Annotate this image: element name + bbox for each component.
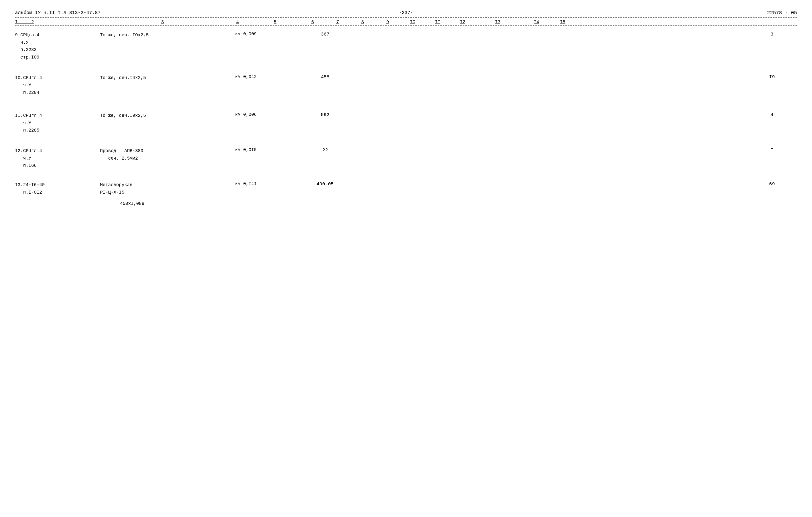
header-top: 22578 - 05 альбом IУ ч.II т.л 813-2-47.8… — [15, 10, 797, 16]
row-10-unit-qty: км 0,042 — [225, 74, 300, 79]
row-13-extra-spacer1 — [15, 201, 100, 206]
data-table: 9.СРЦгл.4 ч.У п.2283 стр.IO9 То же, сеч.… — [15, 29, 797, 206]
table-row: 9.СРЦгл.4 ч.У п.2283 стр.IO9 То же, сеч.… — [15, 29, 797, 61]
col-header-8: 8 — [350, 20, 375, 25]
table-row: I2.СРЦгл.4 ч.У п.I66 Провод АПВ-380 сеч.… — [15, 144, 797, 170]
row-12-id: I2.СРЦгл.4 ч.У п.I66 — [15, 147, 100, 170]
page-container: 22578 - 05 альбом IУ ч.II т.л 813-2-47.8… — [15, 10, 797, 206]
col-header-15: I5 — [553, 20, 573, 25]
row-13-extra-text: 450xI,089 — [100, 201, 144, 206]
row-13-desc: Металлорукав PI-Ц-X-I5 — [100, 181, 225, 196]
header-divider — [15, 17, 797, 18]
row-11-col13: 4 — [747, 112, 797, 118]
col-header-5: 5 — [250, 20, 300, 25]
col-header-7: 7 — [325, 20, 350, 25]
row-12-col13: I — [747, 147, 797, 153]
row-13-col13: 69 — [747, 181, 797, 187]
row-13-extra: 450xI,089 — [15, 201, 797, 206]
col-header-6: 6 — [300, 20, 325, 25]
row-10-desc: То же, сеч.I4x2,5 — [100, 74, 225, 82]
col-header-10: IO — [400, 20, 425, 25]
row-9-col5: 367 — [300, 31, 350, 37]
table-row: I3.24-I6-49 п.I-OI2 Металлорукав PI-Ц-X-… — [15, 178, 797, 196]
col-header-11: II — [425, 20, 450, 25]
row-12-unit-qty: км 0,OI9 — [225, 147, 300, 152]
col-header-14: I4 — [520, 20, 553, 25]
header-left: альбом IУ ч.II т.л 813-2-47.87 — [15, 10, 100, 16]
row-12-desc: Провод АПВ-380 сеч. 2,5мм2 — [100, 147, 225, 162]
table-row: IO.СРЦгл.4 ч.У п.2284 То же, сеч.I4x2,5 … — [15, 71, 797, 96]
col-header-12: I2 — [450, 20, 475, 25]
row-9-col13: 3 — [747, 31, 797, 37]
row-10-col13: I9 — [747, 74, 797, 80]
row-12-col5: 22 — [300, 147, 350, 153]
col-header-4: 4 — [225, 20, 250, 25]
header-row: альбом IУ ч.II т.л 813-2-47.87 -237- — [15, 10, 797, 16]
row-13-col5: 490,05 — [300, 181, 350, 187]
header-center: -237- — [399, 10, 413, 16]
row-13-id: I3.24-I6-49 п.I-OI2 — [15, 181, 100, 196]
row-9-unit-qty: км 0,009 — [225, 31, 300, 36]
row-10-col5: 458 — [300, 74, 350, 80]
row-11-col5: 592 — [300, 112, 350, 118]
row-9-desc: То же, сеч. IOx2,5 — [100, 31, 225, 39]
table-row: II.СРЦгл.4 ч.У п.2285 То же, сеч.I9x2,5 … — [15, 109, 797, 134]
row-10-id: IO.СРЦгл.4 ч.У п.2284 — [15, 74, 100, 96]
row-9-id: 9.СРЦгл.4 ч.У п.2283 стр.IO9 — [15, 31, 100, 61]
row-11-id: II.СРЦгл.4 ч.У п.2285 — [15, 112, 100, 134]
col-header-3: 3 — [100, 20, 225, 25]
row-11-desc: То же, сеч.I9x2,5 — [100, 112, 225, 120]
col-header-1-2: I 2 — [15, 20, 100, 25]
row-11-unit-qty: км 0,006 — [225, 112, 300, 117]
col-header-13: I3 — [475, 20, 520, 25]
column-headers-row: I 2 3 4 5 6 7 8 9 IO II — [15, 19, 797, 26]
col-header-9: 9 — [375, 20, 400, 25]
row-13-unit-qty: км 0,I4I — [225, 181, 300, 186]
